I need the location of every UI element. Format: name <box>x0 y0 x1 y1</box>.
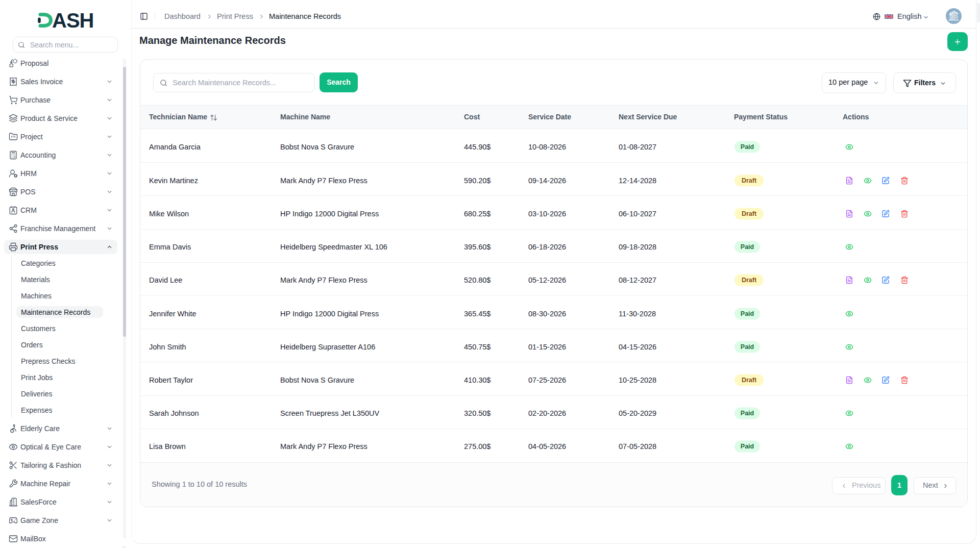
svg-text:ASH: ASH <box>52 9 93 31</box>
